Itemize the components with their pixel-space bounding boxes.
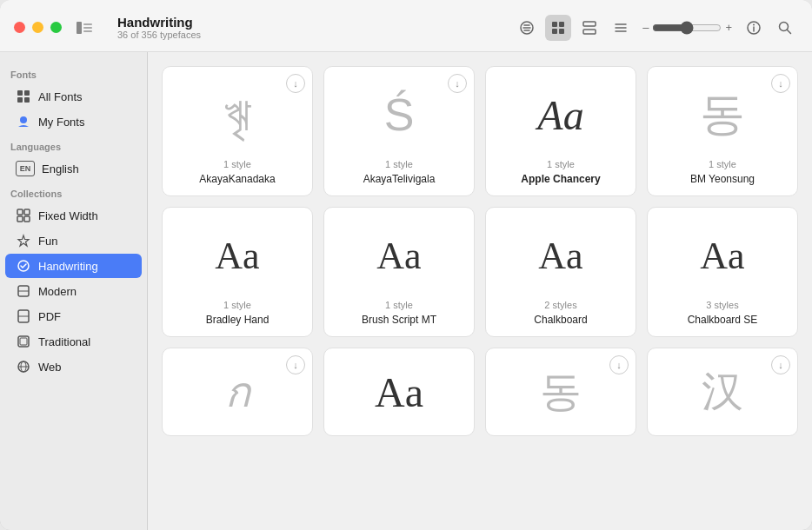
split-view-button[interactable]: [576, 15, 602, 41]
info-icon: [746, 20, 762, 36]
sidebar-item-handwriting-label: Handwriting: [38, 260, 98, 273]
filter-view-button[interactable]: [514, 15, 540, 41]
main-area: Fonts All Fonts: [0, 52, 812, 530]
download-button-row3-4[interactable]: ↓: [771, 355, 790, 374]
svg-line-21: [788, 30, 791, 33]
svg-rect-23: [24, 90, 30, 96]
svg-rect-12: [583, 22, 596, 26]
font-card-apple-chancery[interactable]: Aa 1 style Apple Chancery: [485, 66, 636, 196]
sidebar-item-fun-label: Fun: [38, 235, 57, 248]
font-card-chalkboard[interactable]: Aa 2 styles Chalkboard: [485, 207, 636, 337]
font-card-akaya-kanadaka[interactable]: ↓ ৠ 1 style AkayaKanadaka: [162, 66, 313, 196]
info-button[interactable]: [741, 15, 767, 41]
font-preview-row3-2: Aa: [335, 359, 463, 425]
grid-view-button[interactable]: [545, 15, 571, 41]
preview-char: Aa: [537, 91, 583, 139]
titlebar: Handwriting 36 of 356 typefaces: [0, 0, 812, 52]
download-button-bm-yeonsung[interactable]: ↓: [771, 74, 790, 93]
font-preview-row3-4: 汉: [658, 359, 787, 425]
font-card-row3-3[interactable]: ↓ 동: [485, 348, 636, 436]
svg-rect-27: [17, 209, 23, 215]
font-preview-brush-script-mt: Aa: [335, 218, 463, 293]
font-name: BM Yeonsung: [690, 173, 755, 185]
sidebar-item-english[interactable]: EN English: [5, 156, 142, 181]
font-card-row3-1[interactable]: ↓ ก: [162, 348, 313, 436]
font-style-count: 3 styles: [706, 300, 738, 310]
sidebar-item-all-fonts-label: All Fonts: [38, 90, 83, 103]
sidebar-item-fixed-width[interactable]: Fixed Width: [5, 203, 142, 228]
download-button-row3-3[interactable]: ↓: [609, 355, 629, 374]
preview-char: Aa: [700, 234, 744, 278]
preview-char: Ś: [384, 89, 415, 141]
font-name: Chalkboard: [534, 314, 587, 326]
font-name: Bradley Hand: [206, 314, 270, 326]
my-fonts-icon: [16, 114, 31, 129]
font-style-count: 2 styles: [544, 300, 576, 310]
font-preview-row3-3: 동: [496, 359, 625, 425]
font-preview-chalkboard-se: Aa: [658, 218, 787, 293]
font-card-bm-yeonsung[interactable]: ↓ 동 1 style BM Yeonsung: [647, 66, 798, 196]
toolbar-actions: – +: [514, 15, 798, 41]
maximize-button[interactable]: [50, 22, 62, 33]
preview-char: Aa: [376, 234, 421, 278]
preview-char: Aa: [215, 234, 259, 278]
svg-rect-10: [552, 29, 557, 34]
font-card-akaya-telivigala[interactable]: ↓ Ś 1 style AkayaTelivigala: [323, 66, 475, 196]
svg-rect-11: [559, 29, 564, 34]
font-name: Brush Script MT: [362, 314, 436, 326]
sidebar-item-fun[interactable]: Fun: [5, 229, 142, 253]
svg-rect-30: [24, 216, 30, 222]
svg-rect-28: [24, 209, 30, 215]
all-fonts-icon: [16, 89, 31, 104]
fixed-width-icon: [16, 208, 31, 223]
font-style-count: 1 style: [385, 300, 413, 310]
fun-icon: [16, 233, 31, 248]
font-style-count: 1 style: [547, 159, 575, 169]
svg-point-26: [20, 116, 27, 123]
minimize-button[interactable]: [32, 22, 43, 33]
title-section: Handwriting 36 of 356 typefaces: [117, 15, 514, 40]
font-name: AkayaKanadaka: [199, 173, 275, 185]
sidebar-item-pdf[interactable]: PDF: [5, 304, 142, 328]
sidebar-item-web[interactable]: Web: [5, 354, 142, 379]
font-name: Chalkboard SE: [688, 314, 758, 326]
svg-rect-1: [83, 23, 92, 25]
filter-icon: [519, 20, 535, 36]
collections-section-label: Collections: [0, 182, 147, 202]
sidebar-item-traditional[interactable]: Traditional: [5, 329, 142, 354]
font-card-brush-script-mt[interactable]: Aa 1 style Brush Script MT: [323, 207, 475, 337]
svg-rect-37: [20, 338, 27, 345]
languages-section-label: Languages: [0, 135, 147, 156]
font-card-row3-2[interactable]: Aa: [323, 348, 475, 436]
pdf-icon: [16, 308, 31, 324]
traffic-lights: [14, 22, 62, 33]
download-button-akaya-telivigala[interactable]: ↓: [448, 74, 467, 93]
grid-icon: [550, 20, 566, 36]
search-button[interactable]: [772, 15, 798, 41]
font-card-chalkboard-se[interactable]: Aa 3 styles Chalkboard SE: [647, 207, 798, 337]
handwriting-icon: [16, 258, 31, 274]
list-view-button[interactable]: [608, 15, 634, 41]
svg-rect-2: [83, 27, 92, 29]
svg-rect-9: [559, 22, 564, 27]
close-button[interactable]: [14, 22, 25, 33]
sidebar-item-all-fonts[interactable]: All Fonts: [5, 84, 142, 109]
font-style-count: 1 style: [709, 159, 736, 169]
font-card-bradley-hand[interactable]: Aa 1 style Bradley Hand: [162, 207, 313, 337]
sidebar-item-modern-label: Modern: [38, 285, 77, 298]
sidebar-item-my-fonts[interactable]: My Fonts: [5, 109, 142, 134]
preview-char: 동: [700, 84, 745, 145]
font-preview-akaya-telivigala: Ś: [335, 77, 463, 152]
sidebar-toggle-button[interactable]: [72, 19, 97, 36]
sidebar-item-modern[interactable]: Modern: [5, 279, 142, 303]
preview-char: 汉: [702, 364, 743, 420]
download-button-row3-1[interactable]: ↓: [286, 355, 305, 374]
download-button-akaya-kanadaka[interactable]: ↓: [286, 74, 305, 93]
sidebar-item-handwriting[interactable]: Handwriting: [5, 254, 142, 278]
font-preview-akaya-kanadaka: ৠ: [173, 77, 302, 152]
size-slider[interactable]: [652, 21, 722, 35]
preview-char: 동: [540, 364, 582, 420]
web-icon: [16, 359, 31, 374]
sidebar-item-traditional-label: Traditional: [38, 335, 90, 348]
font-card-row3-4[interactable]: ↓ 汉: [647, 348, 798, 436]
